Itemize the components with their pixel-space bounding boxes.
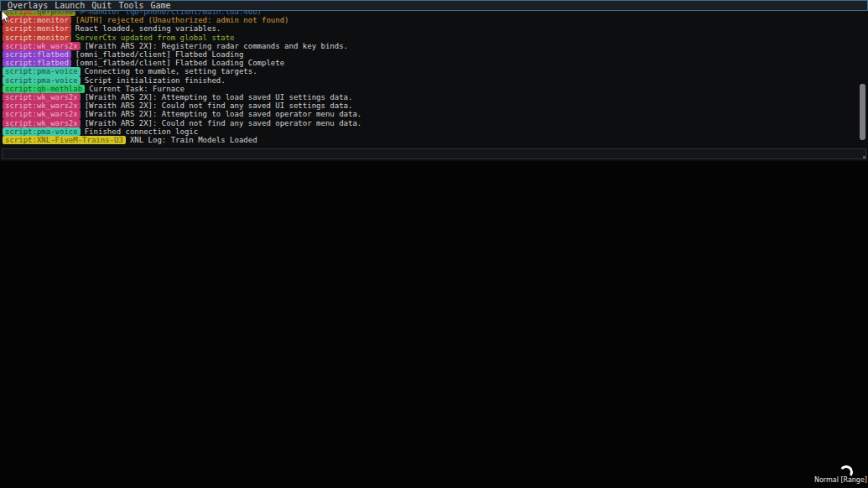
script-badge: script:pma-voice (3, 76, 81, 85)
log-scrollbar-track[interactable] (860, 11, 865, 148)
script-badge: script:flatbed (3, 50, 71, 59)
script-badge: script:flatbed (3, 59, 71, 67)
log-line: script:monitor[AUTH] rejected (Unauthori… (3, 16, 868, 24)
log-message: [Wraith ARS 2X]: Could not find any save… (85, 101, 353, 110)
log-line: script:flatbed[omni_flatbed/client] Flat… (3, 50, 868, 59)
log-message: XNL Log: Train Models Loaded (130, 136, 257, 144)
log-line: script:pma-voiceScript initialization fi… (3, 76, 868, 85)
log-scrollbar-thumb[interactable] (860, 84, 865, 140)
script-badge: script:pma-voice (3, 127, 81, 136)
script-badge: script:wk_wars2x (3, 110, 81, 118)
log-line: script:pma-voiceFinished connection logi… (3, 127, 868, 136)
log-message: React loaded, sending variables. (75, 24, 221, 33)
menu-item-game[interactable]: Game (151, 1, 171, 10)
log-line: script:qb-methlabCurrent Task: Furnace (3, 85, 868, 93)
script-badge: script:monitor (3, 24, 71, 33)
log-message: > handler (qb-phone/client/main.lua:466) (80, 11, 262, 16)
script-badge: script:monitor (3, 16, 71, 24)
menu-item-tools[interactable]: Tools (118, 1, 143, 10)
script-badge: script:monitor (3, 34, 71, 42)
log-message: [omni_flatbed/client] Flatbed Loading Co… (75, 59, 284, 67)
log-message: Current Task: Furnace (89, 85, 185, 93)
script-badge: script:wk_wars2x (3, 119, 81, 127)
script-badge: script:wk_wars2x (3, 42, 81, 50)
console-log[interactable]: script:qb-phone> handler (qb-phone/clien… (0, 11, 868, 148)
console-window: OverlaysLaunchQuitToolsGame FiveM (b2545… (0, 0, 868, 161)
log-message: ServerCtx updated from global state (75, 34, 235, 42)
menu-item-launch[interactable]: Launch (55, 1, 85, 10)
log-line: script:wk_wars2x[Wraith ARS 2X]: Could n… (3, 119, 868, 127)
log-message: [Wraith ARS 2X]: Attempting to load save… (85, 110, 362, 118)
log-line: script:monitorServerCtx updated from glo… (3, 34, 868, 42)
log-message: [omni_flatbed/client] Flatbed Loading (75, 50, 243, 59)
log-line: script:wk_wars2x[Wraith ARS 2X]: Attempt… (3, 93, 868, 101)
menu-item-overlays[interactable]: Overlays (8, 1, 48, 10)
log-line: script:pma-voiceConnecting to mumble, se… (3, 67, 868, 75)
log-line: script:flatbed[omni_flatbed/client] Flat… (3, 59, 868, 67)
log-message: Finished connection logic (85, 127, 198, 136)
script-badge: script:wk_wars2x (3, 101, 81, 110)
status-label: Normal [Range] (803, 476, 867, 484)
console-command-input[interactable] (2, 148, 866, 159)
log-message: [Wraith ARS 2X]: Could not find any save… (85, 119, 362, 127)
script-badge: script:wk_wars2x (3, 93, 81, 101)
log-message: [Wraith ARS 2X]: Registering radar comma… (85, 42, 348, 50)
log-message: [Wraith ARS 2X]: Attempting to load save… (85, 93, 353, 101)
menu-bar: OverlaysLaunchQuitToolsGame (0, 0, 868, 11)
script-badge: script:XNL-FiveM-Trains-U3 (3, 136, 126, 144)
log-line: script:wk_wars2x[Wraith ARS 2X]: Could n… (3, 101, 868, 110)
log-line: script:wk_wars2x[Wraith ARS 2X]: Registe… (3, 42, 868, 50)
log-message: [AUTH] rejected (Unauthorized: admin not… (75, 16, 289, 24)
log-line: script:XNL-FiveM-Trains-U3XNL Log: Train… (3, 136, 868, 144)
log-line: script:monitorReact loaded, sending vari… (3, 24, 868, 33)
resize-grip[interactable] (863, 156, 865, 158)
log-line: script:wk_wars2x[Wraith ARS 2X]: Attempt… (3, 110, 868, 118)
log-message: Script initialization finished. (85, 76, 226, 85)
log-message: Connecting to mumble, setting targets. (85, 67, 257, 75)
menu-item-quit[interactable]: Quit (91, 1, 112, 10)
script-badge: script:qb-methlab (3, 85, 85, 93)
script-badge: script:pma-voice (3, 67, 81, 75)
